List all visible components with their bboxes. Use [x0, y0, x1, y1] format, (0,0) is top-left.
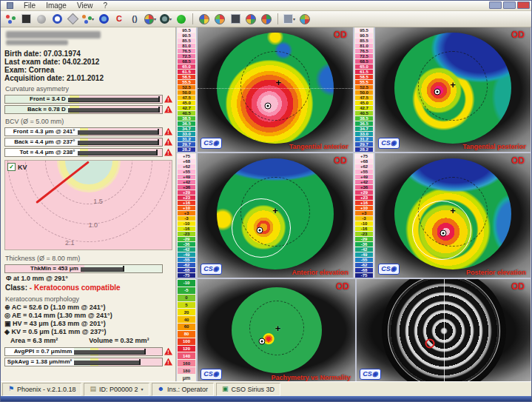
- scale-cell: -49: [178, 252, 195, 257]
- map-posterior-elevation[interactable]: + OD Posterior elevation CS◉: [375, 153, 531, 278]
- scale-cell: +55: [355, 170, 373, 174]
- green-indicator-icon[interactable]: [175, 13, 188, 26]
- scale-cell: 28.2: [355, 147, 373, 152]
- wheel-3d-icon[interactable]: ▾: [159, 13, 172, 26]
- window-bottom-edge: [1, 396, 531, 401]
- index-bar: Front = 4.3 μm @ 241°: [4, 127, 163, 136]
- map-tangential-anterior[interactable]: + OD Tangential anterior CS◉: [198, 27, 353, 152]
- acquisition-icon[interactable]: [35, 13, 48, 26]
- toolbar-separator: [192, 13, 193, 24]
- morphology-line-4: ◈ KV = 0.5 μm (1.61 mm @ 237°): [4, 328, 172, 336]
- scale-cell: -42: [355, 247, 373, 252]
- menu-view[interactable]: View: [77, 1, 93, 10]
- compare-icon-glyph: C: [116, 15, 122, 23]
- print-map-icon[interactable]: [298, 13, 312, 26]
- scale-cell: +75: [355, 154, 373, 158]
- thickness-bars: ThkMin = 453 μm: [4, 263, 172, 274]
- eye-label: OD: [511, 155, 525, 166]
- scale-cell: 45.0: [355, 101, 373, 105]
- status-segment-app-version: ⚑Phoenix - v.2.1.0.18: [2, 383, 81, 396]
- report-elevation-icon[interactable]: [213, 13, 226, 26]
- close-button[interactable]: [517, 1, 530, 9]
- scale-cell: 38.5: [355, 116, 373, 121]
- topography-target-icon[interactable]: [50, 13, 64, 26]
- curvature-asymmetry-bars: Front = 3.4 DBack = 0.78 D: [4, 93, 172, 115]
- index-bar-row: SpkAvg = 1.38 μm/mm²: [4, 357, 172, 366]
- scale-cell: +55: [178, 170, 195, 174]
- maximize-button[interactable]: [503, 1, 516, 9]
- kv-checkbox-label: KV: [18, 164, 27, 171]
- scale-cell: -23: [355, 232, 373, 236]
- scale-cell: -36: [178, 242, 195, 247]
- scale-cell: 81.0: [178, 44, 195, 48]
- map-anterior-elevation[interactable]: + OD Anterior elevation CS◉: [198, 153, 353, 278]
- index-bar-label: AvgPPI = 0.7 μm/mm: [5, 348, 74, 355]
- scale-cell: +29: [355, 190, 373, 195]
- menu-bar: FileImageView?: [1, 1, 531, 11]
- minimize-button[interactable]: [489, 1, 502, 9]
- scale-cell: +49: [178, 175, 195, 179]
- scale-cell: +16: [178, 201, 195, 205]
- report-keratoconus-icon[interactable]: [244, 13, 257, 26]
- scale-cell: -10: [178, 221, 195, 226]
- map-pachymetry-normality[interactable]: + OD Pachymetry vs Normality CS◉: [198, 279, 355, 383]
- bullseye-icon[interactable]: [97, 13, 110, 26]
- operator-icon: ☻: [158, 386, 164, 392]
- kv-checkbox[interactable]: ✓: [7, 163, 16, 171]
- scale-cell: 29.7: [178, 142, 195, 147]
- vertex-cross-marker: +: [275, 322, 281, 333]
- diamond-icon[interactable]: [66, 13, 79, 26]
- morphology-line-3: ▣ HV = 43 μm (1.63 mm @ 201°): [4, 320, 172, 328]
- vertex-cross-marker: +: [272, 205, 278, 216]
- report-pachy-icon[interactable]: [229, 13, 242, 26]
- section-title-bcv: BCV (Ø = 5.00 mm): [5, 118, 172, 125]
- summary-menu-icon[interactable]: ▾: [144, 13, 157, 26]
- menu-image[interactable]: Image: [46, 1, 67, 10]
- eye-label: OD: [334, 155, 347, 166]
- patient-info-line-2: Last exam date: 04.02.2012: [4, 58, 172, 66]
- scale-cell: 52.5: [355, 85, 373, 90]
- scale-cell: +23: [355, 195, 373, 200]
- eye-label: OD: [334, 30, 347, 40]
- area-value: Area = 6.3 mm²: [10, 337, 58, 344]
- layout-icon[interactable]: ▾: [283, 13, 296, 26]
- warning-triangle-icon: [164, 358, 172, 366]
- report-axial-icon[interactable]: [198, 13, 211, 26]
- scale-cell: +42: [355, 180, 373, 184]
- app-window: FileImageView? ▾C()▾▾▾ Birth date: 07.03…: [0, 0, 532, 402]
- menu-file[interactable]: File: [24, 1, 36, 10]
- final-index-bars: AvgPPI = 0.7 μm/mmSpkAvg = 1.38 μm/mm²: [4, 346, 172, 367]
- report-compare-icon[interactable]: [260, 13, 273, 26]
- main-content: Birth date: 07.03.1974Last exam date: 04…: [1, 27, 531, 383]
- scale-cell: 140: [178, 352, 195, 359]
- curvature-scale-right: 95.590.585.581.076.572.568.565.061.558.5…: [354, 27, 374, 152]
- scale-cell: 20: [178, 309, 195, 315]
- scale-cell: -10: [355, 221, 373, 226]
- status-segment-patient-id[interactable]: ▤ID: P00000 2▾: [84, 383, 149, 396]
- scale-cell: +75: [178, 154, 195, 158]
- menu-[interactable]: ?: [103, 1, 107, 10]
- users-menu-icon[interactable]: ▾: [81, 13, 95, 26]
- image-view-icon[interactable]: [19, 13, 33, 26]
- scale-cell: 33.0: [355, 132, 373, 136]
- scale-cell: 36.5: [178, 121, 195, 126]
- index-bar-fill: [68, 108, 158, 113]
- patient-list-icon[interactable]: [4, 13, 17, 26]
- map-tangential-posterior[interactable]: + OD Tangential posterior CS◉: [375, 27, 531, 152]
- scale-cell: 50.0: [355, 90, 373, 95]
- cso-logo: CS◉: [378, 264, 400, 275]
- compare-icon[interactable]: C: [112, 13, 126, 26]
- scale-cell: +16: [355, 201, 373, 205]
- scale-cell: -23: [178, 232, 195, 236]
- topography-target-icon-glyph: [53, 14, 62, 24]
- meridians-icon[interactable]: (): [128, 13, 141, 26]
- patient-info-line-3: Exam: Cornea: [4, 66, 172, 74]
- index-bar-fill: [81, 267, 123, 272]
- warning-triangle-icon: [164, 138, 172, 146]
- scale-cell: 72.5: [355, 54, 373, 58]
- map-keratoscopy-image[interactable]: OD CS◉: [357, 279, 531, 383]
- scale-cell: 34.7: [178, 127, 195, 131]
- vertical-meridian-line: [444, 279, 445, 383]
- scale-cell: 65.0: [355, 64, 373, 69]
- map-caption: Pachymetry vs Normality: [271, 374, 351, 381]
